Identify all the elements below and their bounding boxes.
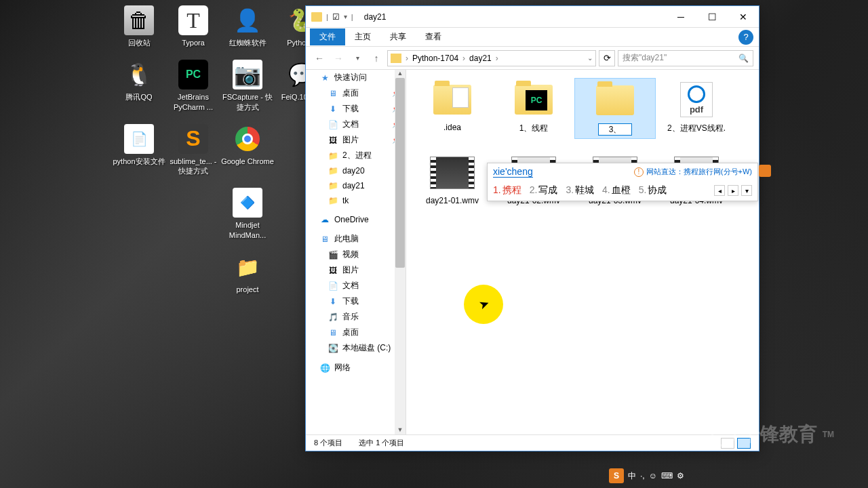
desktop-icon-typora[interactable]: TTypora <box>166 5 220 47</box>
folder-icon <box>433 85 471 115</box>
forward-button[interactable]: → <box>330 50 347 66</box>
breadcrumb-item[interactable]: Python-1704 <box>410 54 461 63</box>
search-input[interactable]: 搜索"day21" 🔍 <box>618 50 753 66</box>
chevron-right-icon[interactable]: › <box>496 54 498 63</box>
desktop-icon-project[interactable]: 📁project <box>220 252 275 294</box>
ribbon-tab-view[interactable]: 查看 <box>416 28 451 45</box>
watermark-logo-icon <box>711 422 736 447</box>
ime-more-button[interactable]: ▾ <box>741 185 752 196</box>
scrollbar-thumb[interactable] <box>395 78 405 268</box>
folder-icon <box>391 54 401 63</box>
desktop-icon-pycharm[interactable]: PCJetBrains PyCharm ... <box>166 60 220 112</box>
desktop-icon-chrome[interactable]: Google Chrome <box>220 124 275 176</box>
sidebar-quick-access[interactable]: ★快速访问 <box>306 70 406 85</box>
ime-candidate-2[interactable]: 2.写成 <box>530 184 558 197</box>
cursor-icon: ➤ <box>476 296 491 313</box>
folder-icon <box>596 85 634 115</box>
chevron-right-icon[interactable]: › <box>462 54 465 63</box>
file-item-video1[interactable]: day21-01.wmv <box>412 151 493 208</box>
sidebar-desktop2[interactable]: 🖥桌面 <box>306 325 406 340</box>
up-button[interactable]: ↑ <box>368 50 384 66</box>
sidebar-folder-tk[interactable]: 📁tk <box>306 193 406 208</box>
sidebar-folder-day21[interactable]: 📁day21 <box>306 178 406 193</box>
close-button[interactable]: ✕ <box>728 7 759 27</box>
sidebar-downloads[interactable]: ⬇下载📌 <box>306 101 406 117</box>
sidebar-videos[interactable]: 🎬视频 <box>306 247 406 262</box>
ime-candidate-4[interactable]: 4.血橙 <box>602 184 631 197</box>
sidebar-onedrive[interactable]: ☁OneDrive <box>306 212 406 227</box>
sidebar-documents2[interactable]: 📄文档 <box>306 278 406 293</box>
qat-dropdown[interactable]: ▾ <box>344 13 347 20</box>
picture-icon: 🖼 <box>328 135 338 146</box>
sidebar-pictures[interactable]: 🖼图片📌 <box>306 132 406 148</box>
search-icon[interactable]: 🔍 <box>738 54 749 63</box>
sidebar-pictures2[interactable]: 🖼图片 <box>306 262 406 278</box>
document-icon: 📄 <box>328 119 338 130</box>
maximize-button[interactable]: ☐ <box>696 7 728 27</box>
minimize-button[interactable]: ─ <box>665 7 696 27</box>
ime-candidate-5[interactable]: 5.协成 <box>639 184 667 197</box>
file-item-idea[interactable]: .idea <box>412 78 493 139</box>
folder-icon: 📁 <box>328 180 338 191</box>
chevron-right-icon[interactable]: › <box>406 54 408 63</box>
desktop-icon-recycle-bin[interactable]: 🗑回收站 <box>112 5 166 47</box>
sidebar-documents[interactable]: 📄文档📌 <box>306 117 406 132</box>
breadcrumb-item[interactable]: day21 <box>467 54 494 63</box>
folder-icon <box>515 85 553 115</box>
sidebar-downloads2[interactable]: ⬇下载 <box>306 293 406 309</box>
desktop-icon-sublime[interactable]: Ssublime_te... - 快捷方式 <box>166 124 220 176</box>
ime-hint[interactable]: !网站直达：携程旅行网(分号+W) <box>634 167 752 177</box>
ribbon-tab-home[interactable]: 主页 <box>345 28 380 45</box>
sidebar-scrollbar[interactable]: ▲▼ <box>395 70 406 434</box>
ribbon-tab-file[interactable]: 文件 <box>310 28 345 45</box>
music-icon: 🎵 <box>328 312 338 323</box>
desktop-icon: 🖥 <box>328 327 338 338</box>
pc-icon: 🖥 <box>319 234 330 245</box>
folder-icon <box>311 12 322 22</box>
file-item-thread[interactable]: 1、线程 <box>493 78 574 139</box>
help-button[interactable]: ? <box>738 30 753 45</box>
quick-access-toolbar: | ☑ ▾ | <box>306 12 359 22</box>
sidebar-network[interactable]: 🌐网络 <box>306 360 406 375</box>
network-icon: 🌐 <box>319 363 330 373</box>
ime-prev-button[interactable]: ◂ <box>714 185 725 196</box>
ime-punct-indicator[interactable]: ·, <box>640 471 645 481</box>
file-list-pane[interactable]: .idea 1、线程 pdf2、进程VS线程. day21-01.wmv day… <box>406 70 759 434</box>
star-icon: ★ <box>319 73 330 83</box>
address-bar[interactable]: › Python-1704 › day21 › ⌄ <box>387 50 596 66</box>
sogou-icon[interactable]: S <box>609 468 624 483</box>
history-dropdown[interactable]: ▾ <box>349 50 366 66</box>
titlebar[interactable]: | ☑ ▾ | day21 ─ ☐ ✕ <box>306 6 759 28</box>
back-button[interactable]: ← <box>311 50 328 66</box>
sidebar-local-disk[interactable]: 💽本地磁盘 (C:) <box>306 340 406 356</box>
sidebar-folder-process[interactable]: 📁2、进程 <box>306 148 406 163</box>
ime-next-button[interactable]: ▸ <box>728 185 738 196</box>
navigation-bar: ← → ▾ ↑ › Python-1704 › day21 › ⌄ ⟳ 搜索"d… <box>306 47 759 70</box>
sidebar-folder-day20[interactable]: 📁day20 <box>306 163 406 178</box>
desktop-icon-mindjet[interactable]: 🔷Mindjet MindMan... <box>220 188 275 240</box>
sidebar-desktop[interactable]: 🖥桌面📌 <box>306 85 406 101</box>
qat-item[interactable]: ☑ <box>332 12 340 22</box>
ime-candidate-3[interactable]: 3.鞋城 <box>566 184 594 197</box>
ime-settings-icon[interactable]: ⚙ <box>677 471 684 481</box>
ribbon-tab-share[interactable]: 共享 <box>380 28 416 45</box>
folder-icon: 📁 <box>233 252 262 282</box>
info-icon: ! <box>634 167 644 177</box>
qq-icon: 🐧 <box>124 60 154 89</box>
ime-candidate-1[interactable]: 1.携程 <box>493 184 521 197</box>
sidebar-this-pc[interactable]: 🖥此电脑 <box>306 231 406 247</box>
desktop-icon-qq[interactable]: 🐧腾讯QQ <box>112 60 166 112</box>
ime-keyboard-icon[interactable]: ⌨ <box>661 471 673 481</box>
rename-input[interactable] <box>598 123 632 136</box>
refresh-button[interactable]: ⟳ <box>599 50 615 66</box>
status-item-count: 8 个项目 <box>314 438 342 448</box>
address-dropdown[interactable]: ⌄ <box>587 54 593 62</box>
file-item-pdf[interactable]: pdf2、进程VS线程. <box>656 78 737 139</box>
sidebar-music[interactable]: 🎵音乐 <box>306 309 406 325</box>
desktop-icon-redspider[interactable]: 👤红蜘蛛软件 <box>220 5 275 47</box>
ime-emoji-button[interactable]: ☺ <box>649 471 657 481</box>
ime-lang-indicator[interactable]: 中 <box>628 470 636 482</box>
desktop-icon-pythoninstall[interactable]: 📄python安装文件 <box>112 124 166 176</box>
desktop-icon-fscapture[interactable]: 📷FSCapture - 快捷方式 <box>220 60 275 112</box>
file-item-new-folder[interactable] <box>574 78 656 139</box>
